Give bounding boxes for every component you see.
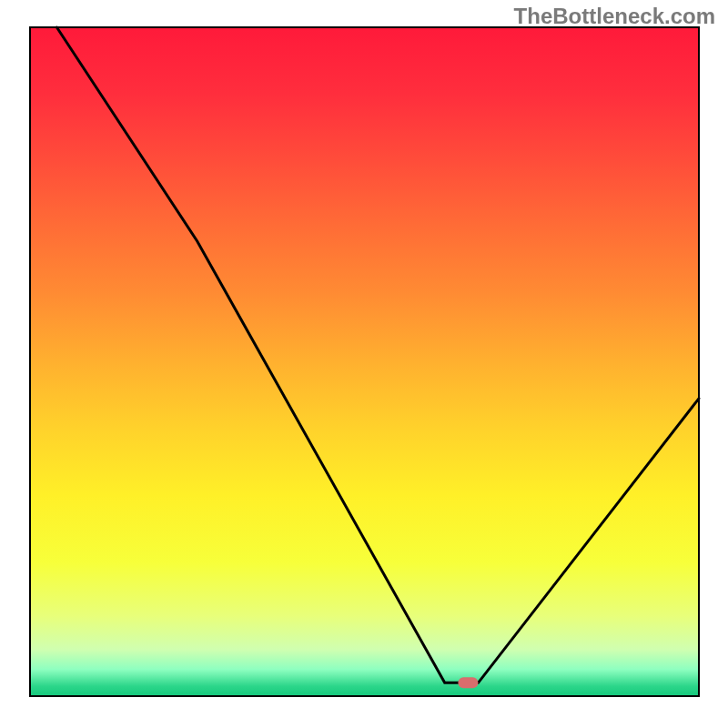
chart-background bbox=[30, 27, 699, 696]
optimal-point-marker bbox=[458, 677, 478, 688]
chart-frame: TheBottleneck.com bbox=[0, 0, 728, 728]
watermark-text: TheBottleneck.com bbox=[514, 4, 715, 29]
bottleneck-chart bbox=[0, 0, 728, 728]
